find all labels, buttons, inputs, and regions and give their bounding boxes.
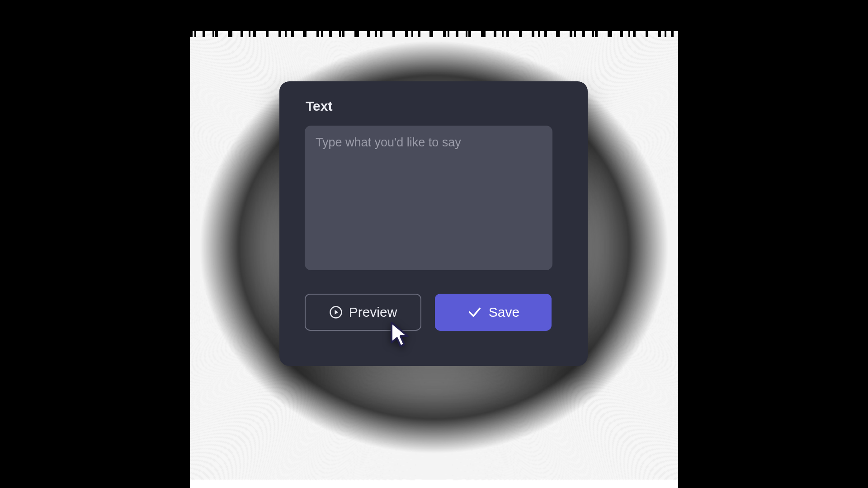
top-fringe-decoration — [190, 31, 678, 37]
preview-button-label: Preview — [349, 305, 397, 320]
card-title: Text — [306, 99, 562, 114]
check-icon — [467, 305, 482, 320]
text-input[interactable] — [305, 126, 552, 270]
button-row: Preview Save — [305, 294, 562, 331]
text-card: Text Preview Save — [279, 81, 588, 366]
save-button[interactable]: Save — [435, 294, 552, 331]
play-circle-icon — [329, 305, 343, 319]
save-button-label: Save — [489, 305, 519, 320]
preview-button[interactable]: Preview — [305, 294, 421, 331]
